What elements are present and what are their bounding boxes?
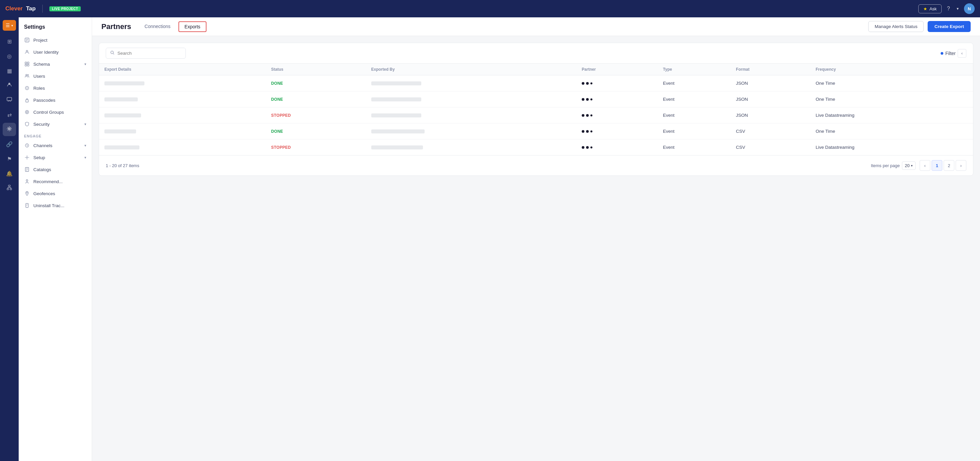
setup-icon [24, 154, 30, 161]
security-label: Security [33, 122, 50, 127]
sidebar-item-users[interactable]: Users [19, 70, 92, 82]
cell-type: Event [658, 123, 731, 140]
partner-dot [582, 146, 584, 149]
partner-dot-small [590, 130, 592, 132]
project-icon [24, 37, 30, 43]
items-per-page-label: Items per page [871, 163, 900, 168]
svg-rect-9 [27, 62, 29, 64]
page-button-1[interactable]: 1 [932, 160, 942, 171]
sidebar-item-roles[interactable]: Roles [19, 82, 92, 94]
search-filter-row: Filter ‹ [99, 43, 973, 64]
sidebar-item-catalogs[interactable]: Catalogs [19, 164, 92, 175]
sidebar-item-dashboard[interactable]: ⊞ [3, 35, 16, 48]
cell-type: Event [658, 75, 731, 91]
cell-format: JSON [730, 91, 810, 107]
cell-format: CSV [730, 123, 810, 140]
sidebar-item-user-identity[interactable]: User Identity [19, 46, 92, 58]
sidebar-item-project[interactable]: Project [19, 34, 92, 46]
roles-icon [24, 85, 30, 91]
geofences-label: Geofences [33, 191, 55, 196]
project-label: Project [33, 38, 48, 43]
cell-exported-by [366, 75, 576, 91]
table-row[interactable]: DONE Event CSV One Time [99, 123, 973, 140]
sidebar-item-hierarchy[interactable] [3, 181, 16, 195]
sidebar-item-flags[interactable]: ⚑ [3, 152, 16, 165]
catalogs-label: Catalogs [33, 167, 51, 172]
search-box[interactable] [106, 48, 186, 59]
nav-right-area: ★ Ask ? ▾ N [918, 3, 975, 14]
sidebar-toggle[interactable]: ☰ ▾ [3, 20, 16, 31]
previous-page-button[interactable]: ‹ [920, 160, 930, 171]
recommend-label: Recommend... [33, 179, 63, 184]
table-row[interactable]: DONE Event JSON One Time [99, 91, 973, 107]
tab-connections[interactable]: Connections [138, 17, 177, 36]
search-icon [110, 50, 115, 56]
sidebar-item-campaigns[interactable]: ◎ [3, 49, 16, 63]
help-button[interactable]: ? [946, 4, 951, 13]
hierarchy-icon [7, 185, 12, 191]
sidebar-item-security[interactable]: Security ▾ [19, 118, 92, 130]
table-row[interactable]: DONE Event JSON One Time [99, 75, 973, 91]
table-row[interactable]: STOPPED Event CSV Live Datastreaming [99, 140, 973, 156]
cell-status: DONE [266, 75, 366, 91]
tab-exports[interactable]: Exports [178, 21, 206, 32]
sidebar-item-recommend[interactable]: Recommend... [19, 175, 92, 188]
logo-clever: Clever [5, 5, 23, 12]
per-page-select[interactable]: 20 ▾ [902, 161, 916, 170]
table-row[interactable]: STOPPED Event JSON Live Datastreaming [99, 107, 973, 123]
ask-button[interactable]: ★ Ask [918, 4, 942, 13]
sidebar-item-flows[interactable]: ⇄ [3, 108, 16, 121]
star-icon: ★ [923, 6, 927, 11]
header-actions: Manage Alerts Status Create Export [868, 21, 970, 32]
sidebar-item-schema[interactable]: Schema ▾ [19, 58, 92, 70]
table-header: Export Details Status Exported By Partne… [99, 64, 973, 75]
sidebar-item-uninstall[interactable]: Uninstall Trac... [19, 199, 92, 211]
svg-rect-5 [10, 188, 12, 190]
svg-rect-4 [7, 188, 9, 190]
users-label: Users [33, 74, 45, 79]
cell-export-details [99, 107, 266, 123]
page-button-2[interactable]: 2 [943, 160, 954, 171]
uninstall-icon [24, 202, 30, 208]
filter-label[interactable]: Filter [945, 51, 956, 56]
sidebar-item-integrations[interactable]: 🔗 [3, 137, 16, 151]
settings-icon [7, 126, 12, 133]
svg-point-7 [26, 50, 28, 52]
create-export-button[interactable]: Create Export [928, 21, 970, 32]
cell-type: Event [658, 91, 731, 107]
collapse-panel-button[interactable]: ‹ [958, 49, 966, 58]
col-partner: Partner [576, 64, 657, 75]
sidebar-item-geofences[interactable]: Geofences [19, 188, 92, 199]
next-page-button[interactable]: › [956, 160, 966, 171]
partner-dot [582, 114, 584, 117]
cell-exported-by [366, 91, 576, 107]
sidebar-item-settings[interactable] [3, 123, 16, 136]
sidebar-item-control-groups[interactable]: Control Groups [19, 106, 92, 118]
search-input[interactable] [118, 51, 181, 56]
cell-format: JSON [730, 107, 810, 123]
sidebar-item-messages[interactable] [3, 94, 16, 107]
exports-table-container: Filter ‹ Export Details Status Exported … [99, 43, 973, 176]
sidebar-item-channels[interactable]: Channels ▾ [19, 140, 92, 151]
user-avatar[interactable]: N [964, 3, 975, 14]
sidebar-item-setup[interactable]: Setup ▾ [19, 151, 92, 164]
cell-format: CSV [730, 140, 810, 156]
sidebar-item-alerts[interactable]: 🔔 [3, 167, 16, 180]
sidebar-item-people[interactable] [3, 79, 16, 92]
schema-icon [24, 61, 30, 67]
expand-button[interactable]: ▾ [955, 5, 960, 12]
top-navigation: CleverTap LIVE PROJECT ★ Ask ? ▾ N [0, 0, 980, 17]
svg-point-18 [26, 157, 28, 158]
svg-rect-11 [27, 64, 29, 66]
cell-exported-by [366, 140, 576, 156]
cell-exported-by [366, 107, 576, 123]
analytics-icon: ▦ [7, 68, 12, 74]
manage-alerts-button[interactable]: Manage Alerts Status [868, 21, 924, 32]
users-icon [24, 73, 30, 79]
svg-rect-8 [25, 62, 27, 64]
channels-chevron-icon: ▾ [84, 143, 86, 148]
sidebar-item-analytics[interactable]: ▦ [3, 64, 16, 77]
sidebar-item-passcodes[interactable]: Passcodes [19, 94, 92, 106]
partner-dot [582, 130, 584, 133]
cell-frequency: One Time [810, 91, 973, 107]
